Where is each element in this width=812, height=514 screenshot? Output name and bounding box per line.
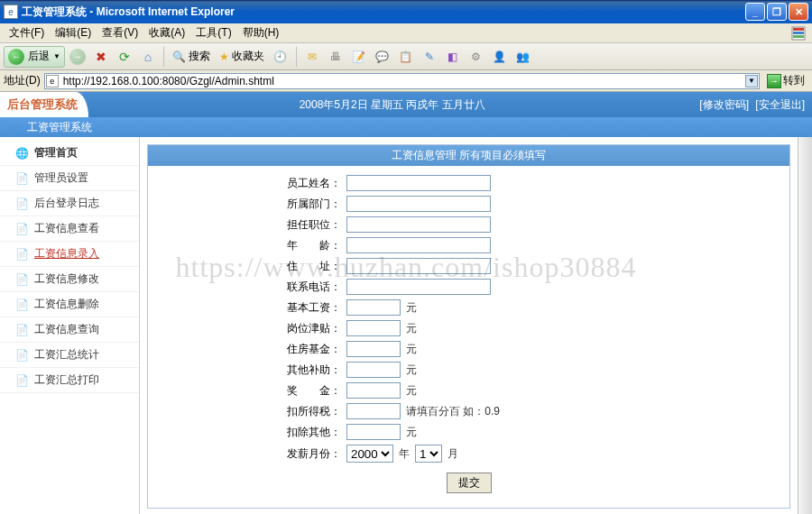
input-allowance[interactable] xyxy=(346,320,401,336)
go-arrow-icon: → xyxy=(767,74,781,88)
label-name: 员工姓名： xyxy=(166,176,346,191)
menu-file[interactable]: 文件(F) xyxy=(4,23,50,42)
menu-bar: 文件(F) 编辑(E) 查看(V) 收藏(A) 工具(T) 帮助(H) xyxy=(0,23,812,43)
discuss-button[interactable]: 💬 xyxy=(372,46,393,68)
system-logo: 后台管理系统 xyxy=(0,92,88,117)
go-button[interactable]: → 转到 xyxy=(763,73,808,88)
sidebar-item-4[interactable]: 📄工资信息录入 xyxy=(0,242,139,267)
label-allowance: 岗位津贴： xyxy=(166,321,346,336)
label-bonus: 奖 金： xyxy=(166,383,346,399)
input-address[interactable] xyxy=(346,258,491,274)
input-housing[interactable] xyxy=(346,341,401,357)
input-position[interactable] xyxy=(346,216,491,233)
tool4-button[interactable]: 👤 xyxy=(489,46,511,68)
refresh-button[interactable]: ⟳ xyxy=(114,46,135,68)
favorites-label: 收藏夹 xyxy=(232,49,264,64)
sidebar-item-label: 工资汇总打印 xyxy=(34,372,99,388)
page-icon: 📄 xyxy=(14,298,29,312)
sidebar-item-1[interactable]: 📄管理员设置 xyxy=(0,166,139,191)
ie-logo-icon xyxy=(789,25,808,41)
menu-favorites[interactable]: 收藏(A) xyxy=(143,23,190,42)
sidebar-item-6[interactable]: 📄工资信息删除 xyxy=(0,292,139,317)
input-other-subsidy[interactable] xyxy=(346,362,401,378)
menu-help[interactable]: 帮助(H) xyxy=(237,23,285,42)
mail-button[interactable]: ✉ xyxy=(301,46,323,68)
unit-yuan: 元 xyxy=(406,321,417,336)
url-input[interactable] xyxy=(44,73,760,89)
sidebar-item-3[interactable]: 📄工资信息查看 xyxy=(0,216,139,242)
form-panel: 工资信息管理 所有项目必须填写 员工姓名： 所属部门： 担任职位： 年 龄： 住… xyxy=(147,144,790,509)
messenger-button[interactable]: 👥 xyxy=(512,46,534,68)
app-body: 🌐管理首页📄管理员设置📄后台登录日志📄工资信息查看📄工资信息录入📄工资信息修改📄… xyxy=(0,137,812,514)
sidebar-item-2[interactable]: 📄后台登录日志 xyxy=(0,191,139,216)
favorites-button[interactable]: ★收藏夹 xyxy=(216,49,268,64)
search-icon: 🔍 xyxy=(172,50,186,63)
history-button[interactable]: 🕘 xyxy=(270,46,291,68)
address-label: 地址(D) xyxy=(4,73,41,88)
select-year[interactable]: 2000 xyxy=(346,445,393,463)
forward-button[interactable]: → xyxy=(67,46,88,68)
page-icon: 📄 xyxy=(14,348,29,363)
star-icon: ★ xyxy=(219,50,229,63)
search-label: 搜索 xyxy=(189,49,210,64)
page-icon: e xyxy=(46,75,59,87)
menu-view[interactable]: 查看(V) xyxy=(97,23,143,42)
app-header: 后台管理系统 2008年5月2日 星期五 丙戌年 五月廿八 [修改密码] [安全… xyxy=(0,92,812,117)
sidebar-item-label: 工资汇总统计 xyxy=(34,347,99,363)
form-title: 工资信息管理 所有项目必须填写 xyxy=(148,145,789,166)
sidebar-item-0[interactable]: 🌐管理首页 xyxy=(0,141,139,166)
back-button[interactable]: ← 后退 ▼ xyxy=(4,46,65,68)
address-bar: 地址(D) e ▼ → 转到 xyxy=(0,70,812,92)
unit-year: 年 xyxy=(399,446,410,462)
edit-button[interactable]: 📝 xyxy=(348,46,370,68)
page-icon: 📄 xyxy=(14,323,29,337)
label-position: 担任职位： xyxy=(166,217,346,233)
input-dept[interactable] xyxy=(346,196,491,212)
home-icon: 🌐 xyxy=(14,146,29,161)
chevron-down-icon: ▼ xyxy=(53,52,60,60)
input-age[interactable] xyxy=(346,237,491,253)
search-button[interactable]: 🔍搜索 xyxy=(169,49,214,64)
label-phone: 联系电话： xyxy=(166,280,346,295)
url-dropdown-icon[interactable]: ▼ xyxy=(745,75,758,87)
menu-edit[interactable]: 编辑(E) xyxy=(50,23,97,42)
research-button[interactable]: 📋 xyxy=(395,46,417,68)
menu-tools[interactable]: 工具(T) xyxy=(190,23,236,42)
sidebar-item-label: 工资信息录入 xyxy=(34,246,99,262)
input-base-salary[interactable] xyxy=(346,299,401,316)
minimize-button[interactable]: _ xyxy=(745,3,765,21)
tool3-button[interactable]: ⚙ xyxy=(466,46,487,68)
input-bonus[interactable] xyxy=(346,382,401,399)
window-title: 工资管理系统 - Microsoft Internet Explorer xyxy=(22,5,743,20)
tool1-button[interactable]: ✎ xyxy=(419,46,440,68)
input-phone[interactable] xyxy=(346,279,491,295)
page-icon: 📄 xyxy=(14,171,29,186)
vertical-scrollbar[interactable] xyxy=(798,137,812,514)
home-button[interactable]: ⌂ xyxy=(137,46,159,68)
label-housing: 住房基金： xyxy=(166,342,346,357)
logout-link[interactable]: [安全退出] xyxy=(755,98,805,111)
sidebar: 🌐管理首页📄管理员设置📄后台登录日志📄工资信息查看📄工资信息录入📄工资信息修改📄… xyxy=(0,137,140,514)
sidebar-item-9[interactable]: 📄工资汇总打印 xyxy=(0,368,139,393)
submit-button[interactable]: 提交 xyxy=(447,473,492,493)
print-button[interactable]: 🖶 xyxy=(325,46,346,68)
select-month[interactable]: 1 xyxy=(415,445,442,463)
sidebar-item-8[interactable]: 📄工资汇总统计 xyxy=(0,343,139,368)
input-tax[interactable] xyxy=(346,403,401,419)
sidebar-item-7[interactable]: 📄工资信息查询 xyxy=(0,317,139,343)
label-base-salary: 基本工资： xyxy=(166,300,346,316)
input-other-deduct[interactable] xyxy=(346,424,401,440)
sidebar-item-label: 工资信息删除 xyxy=(34,297,99,312)
tool2-button[interactable]: ◧ xyxy=(442,46,464,68)
maximize-button[interactable]: ❐ xyxy=(767,3,787,21)
close-button[interactable]: ✕ xyxy=(789,3,808,21)
sidebar-item-5[interactable]: 📄工资信息修改 xyxy=(0,267,139,292)
change-password-link[interactable]: [修改密码] xyxy=(699,98,749,111)
stop-button[interactable]: ✖ xyxy=(90,46,112,68)
page-icon: 📄 xyxy=(14,373,29,388)
input-name[interactable] xyxy=(346,175,491,191)
unit-yuan: 元 xyxy=(406,300,417,316)
back-label: 后退 xyxy=(28,49,50,64)
sidebar-item-label: 管理员设置 xyxy=(34,170,88,186)
go-label: 转到 xyxy=(783,73,805,88)
